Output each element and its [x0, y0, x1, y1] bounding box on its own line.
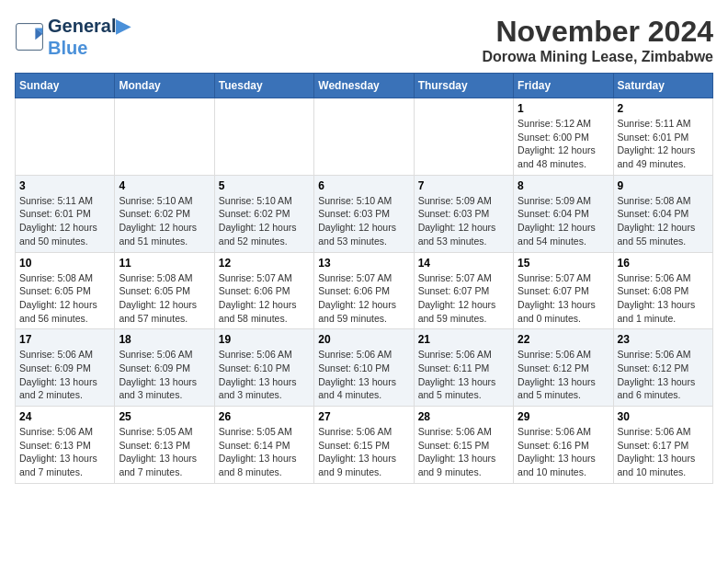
calendar-cell: 25Sunrise: 5:05 AM Sunset: 6:13 PM Dayli…	[115, 407, 214, 484]
calendar-week-row: 1Sunrise: 5:12 AM Sunset: 6:00 PM Daylig…	[16, 98, 713, 176]
calendar-cell: 4Sunrise: 5:10 AM Sunset: 6:02 PM Daylig…	[115, 175, 214, 252]
calendar-cell: 23Sunrise: 5:06 AM Sunset: 6:12 PM Dayli…	[613, 329, 712, 407]
day-info: Sunrise: 5:10 AM Sunset: 6:03 PM Dayligh…	[318, 194, 409, 248]
day-info: Sunrise: 5:09 AM Sunset: 6:04 PM Dayligh…	[518, 194, 609, 248]
day-info: Sunrise: 5:05 AM Sunset: 6:14 PM Dayligh…	[219, 425, 310, 479]
calendar-cell: 24Sunrise: 5:06 AM Sunset: 6:13 PM Dayli…	[16, 407, 115, 484]
day-info: Sunrise: 5:10 AM Sunset: 6:02 PM Dayligh…	[119, 194, 210, 248]
calendar-cell: 26Sunrise: 5:05 AM Sunset: 6:14 PM Dayli…	[214, 407, 313, 484]
calendar-cell: 19Sunrise: 5:06 AM Sunset: 6:10 PM Dayli…	[214, 329, 313, 407]
calendar-cell	[214, 98, 313, 176]
day-number: 18	[119, 333, 210, 346]
header-day-thursday: Thursday	[414, 74, 513, 98]
calendar-cell	[16, 98, 115, 176]
day-info: Sunrise: 5:06 AM Sunset: 6:09 PM Dayligh…	[19, 348, 110, 402]
day-number: 19	[219, 333, 310, 346]
day-number: 27	[318, 410, 409, 423]
calendar-cell: 13Sunrise: 5:07 AM Sunset: 6:06 PM Dayli…	[314, 252, 414, 329]
day-info: Sunrise: 5:12 AM Sunset: 6:00 PM Dayligh…	[518, 117, 609, 171]
calendar-cell: 17Sunrise: 5:06 AM Sunset: 6:09 PM Dayli…	[16, 329, 115, 407]
header-day-friday: Friday	[514, 74, 613, 98]
header-day-tuesday: Tuesday	[214, 74, 313, 98]
day-info: Sunrise: 5:07 AM Sunset: 6:06 PM Dayligh…	[318, 271, 409, 326]
logo-text-line1: General▶	[48, 15, 130, 37]
day-info: Sunrise: 5:11 AM Sunset: 6:01 PM Dayligh…	[618, 117, 709, 171]
day-number: 16	[618, 257, 709, 270]
calendar-cell: 3Sunrise: 5:11 AM Sunset: 6:01 PM Daylig…	[16, 175, 115, 252]
day-info: Sunrise: 5:06 AM Sunset: 6:13 PM Dayligh…	[19, 425, 110, 479]
day-info: Sunrise: 5:06 AM Sunset: 6:15 PM Dayligh…	[318, 425, 409, 479]
day-number: 14	[418, 257, 509, 270]
calendar-cell: 20Sunrise: 5:06 AM Sunset: 6:10 PM Dayli…	[314, 329, 414, 407]
calendar-header-row: SundayMondayTuesdayWednesdayThursdayFrid…	[16, 74, 713, 98]
day-number: 7	[418, 179, 509, 192]
calendar-cell: 11Sunrise: 5:08 AM Sunset: 6:05 PM Dayli…	[115, 252, 214, 329]
calendar-week-row: 24Sunrise: 5:06 AM Sunset: 6:13 PM Dayli…	[16, 407, 713, 484]
day-info: Sunrise: 5:08 AM Sunset: 6:05 PM Dayligh…	[119, 271, 210, 326]
calendar-cell: 18Sunrise: 5:06 AM Sunset: 6:09 PM Dayli…	[115, 329, 214, 407]
day-info: Sunrise: 5:05 AM Sunset: 6:13 PM Dayligh…	[119, 425, 210, 479]
calendar-cell: 21Sunrise: 5:06 AM Sunset: 6:11 PM Dayli…	[414, 329, 513, 407]
day-info: Sunrise: 5:10 AM Sunset: 6:02 PM Dayligh…	[219, 194, 310, 248]
header-day-wednesday: Wednesday	[314, 74, 414, 98]
day-info: Sunrise: 5:06 AM Sunset: 6:16 PM Dayligh…	[518, 425, 609, 479]
day-number: 21	[418, 333, 509, 346]
calendar-cell: 28Sunrise: 5:06 AM Sunset: 6:15 PM Dayli…	[414, 407, 513, 484]
day-info: Sunrise: 5:08 AM Sunset: 6:04 PM Dayligh…	[618, 194, 709, 248]
day-info: Sunrise: 5:06 AM Sunset: 6:12 PM Dayligh…	[518, 348, 609, 402]
calendar-cell: 5Sunrise: 5:10 AM Sunset: 6:02 PM Daylig…	[214, 175, 313, 252]
calendar-week-row: 10Sunrise: 5:08 AM Sunset: 6:05 PM Dayli…	[16, 252, 713, 329]
header-day-monday: Monday	[115, 74, 214, 98]
calendar-cell	[414, 98, 513, 176]
calendar-cell: 14Sunrise: 5:07 AM Sunset: 6:07 PM Dayli…	[414, 252, 513, 329]
calendar-cell	[115, 98, 214, 176]
day-number: 3	[19, 179, 110, 192]
calendar-table: SundayMondayTuesdayWednesdayThursdayFrid…	[15, 73, 713, 484]
day-number: 4	[119, 179, 210, 192]
day-number: 2	[618, 102, 709, 115]
title-area: November 2024 Dorowa Mining Lease, Zimba…	[482, 15, 713, 65]
calendar-cell: 30Sunrise: 5:06 AM Sunset: 6:17 PM Dayli…	[613, 407, 712, 484]
day-info: Sunrise: 5:11 AM Sunset: 6:01 PM Dayligh…	[19, 194, 110, 248]
calendar-cell: 16Sunrise: 5:06 AM Sunset: 6:08 PM Dayli…	[613, 252, 712, 329]
day-number: 22	[518, 333, 609, 346]
calendar-cell: 1Sunrise: 5:12 AM Sunset: 6:00 PM Daylig…	[514, 98, 613, 176]
day-info: Sunrise: 5:06 AM Sunset: 6:10 PM Dayligh…	[219, 348, 310, 402]
day-number: 10	[19, 257, 110, 270]
calendar-week-row: 3Sunrise: 5:11 AM Sunset: 6:01 PM Daylig…	[16, 175, 713, 252]
calendar-cell: 7Sunrise: 5:09 AM Sunset: 6:03 PM Daylig…	[414, 175, 513, 252]
calendar-week-row: 17Sunrise: 5:06 AM Sunset: 6:09 PM Dayli…	[16, 329, 713, 407]
day-number: 25	[119, 410, 210, 423]
day-info: Sunrise: 5:07 AM Sunset: 6:07 PM Dayligh…	[518, 271, 609, 326]
calendar-cell: 29Sunrise: 5:06 AM Sunset: 6:16 PM Dayli…	[514, 407, 613, 484]
day-info: Sunrise: 5:06 AM Sunset: 6:12 PM Dayligh…	[618, 348, 709, 402]
logo-text-line2: Blue	[48, 37, 130, 59]
day-number: 5	[219, 179, 310, 192]
calendar-cell: 8Sunrise: 5:09 AM Sunset: 6:04 PM Daylig…	[514, 175, 613, 252]
calendar-cell: 6Sunrise: 5:10 AM Sunset: 6:03 PM Daylig…	[314, 175, 414, 252]
day-number: 26	[219, 410, 310, 423]
day-number: 1	[518, 102, 609, 115]
day-info: Sunrise: 5:08 AM Sunset: 6:05 PM Dayligh…	[19, 271, 110, 326]
calendar-cell: 9Sunrise: 5:08 AM Sunset: 6:04 PM Daylig…	[613, 175, 712, 252]
day-number: 20	[318, 333, 409, 346]
calendar-cell: 12Sunrise: 5:07 AM Sunset: 6:06 PM Dayli…	[214, 252, 313, 329]
calendar-cell: 2Sunrise: 5:11 AM Sunset: 6:01 PM Daylig…	[613, 98, 712, 176]
calendar-cell: 27Sunrise: 5:06 AM Sunset: 6:15 PM Dayli…	[314, 407, 414, 484]
day-number: 28	[418, 410, 509, 423]
calendar-cell: 15Sunrise: 5:07 AM Sunset: 6:07 PM Dayli…	[514, 252, 613, 329]
main-title: November 2024	[482, 15, 713, 49]
logo: General▶ Blue	[15, 15, 130, 59]
day-info: Sunrise: 5:07 AM Sunset: 6:06 PM Dayligh…	[219, 271, 310, 326]
day-number: 15	[518, 257, 609, 270]
day-number: 29	[518, 410, 609, 423]
day-number: 11	[119, 257, 210, 270]
day-number: 17	[19, 333, 110, 346]
day-info: Sunrise: 5:06 AM Sunset: 6:11 PM Dayligh…	[418, 348, 509, 402]
day-info: Sunrise: 5:06 AM Sunset: 6:15 PM Dayligh…	[418, 425, 509, 479]
calendar-cell: 22Sunrise: 5:06 AM Sunset: 6:12 PM Dayli…	[514, 329, 613, 407]
day-number: 9	[618, 179, 709, 192]
subtitle: Dorowa Mining Lease, Zimbabwe	[482, 49, 713, 65]
calendar-cell: 10Sunrise: 5:08 AM Sunset: 6:05 PM Dayli…	[16, 252, 115, 329]
calendar-cell	[314, 98, 414, 176]
